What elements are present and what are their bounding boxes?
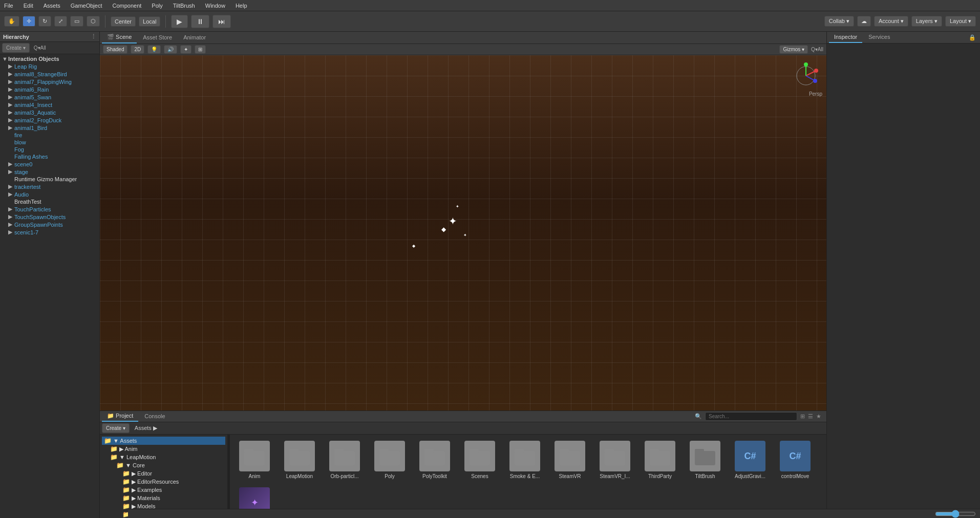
tool-rect[interactable]: ▭ [70, 16, 83, 27]
hier-audio[interactable]: ▶ Audio [0, 190, 99, 198]
play-button[interactable]: ▶ [171, 15, 188, 28]
pivot-btn[interactable]: Center [111, 16, 136, 27]
tree-core[interactable]: 📁 ▼ Core [102, 461, 225, 469]
hierarchy-search[interactable]: Q▾All [34, 45, 46, 51]
project-create-btn[interactable]: Create ▾ [102, 423, 130, 433]
menu-gameobject[interactable]: GameObject [69, 2, 104, 10]
tool-scale[interactable]: ⤢ [54, 16, 67, 27]
hier-fog[interactable]: Fog [0, 146, 99, 153]
hierarchy-group-interaction[interactable]: ▼ Interaction Objects [0, 55, 99, 62]
account-button[interactable]: Account ▾ [874, 16, 908, 27]
scene-view[interactable]: ✦ ✦ ◆ ✦ ◆ [100, 55, 826, 411]
asset-steamvr-i[interactable]: SteamVR_I... [594, 439, 635, 481]
tree-assets[interactable]: 📁 ▼ Assets [102, 437, 225, 445]
collab-button[interactable]: Collab ▾ [824, 16, 854, 27]
menu-poly[interactable]: Poly [150, 2, 164, 10]
asset-scenes[interactable]: Scenes [459, 439, 500, 481]
hier-touchspawn[interactable]: ▶ TouchSpawnObjects [0, 213, 99, 221]
asset-tiltbrush[interactable]: TiltBrush [685, 439, 726, 481]
layout-button[interactable]: Layout ▾ [945, 16, 976, 27]
menu-help[interactable]: Help [233, 2, 249, 10]
hier-groupspawn[interactable]: ▶ GroupSpawnPoints [0, 221, 99, 228]
asset-anim[interactable]: Anim [234, 439, 275, 481]
asset-orb[interactable]: Orb-particl... [324, 439, 365, 481]
zoom-slider[interactable] [935, 511, 976, 517]
tree-leap-label: ▼ LeapMotion [119, 454, 156, 460]
asset-steamvr[interactable]: SteamVR [549, 439, 590, 481]
asset-poly[interactable]: Poly [369, 439, 410, 481]
menu-window[interactable]: Window [203, 2, 227, 10]
fx-btn[interactable]: ✦ [180, 45, 191, 54]
tool-multi[interactable]: ⬡ [87, 16, 100, 27]
hier-animal8[interactable]: ▶ animal8_StrangeBird [0, 70, 99, 78]
hier-breathtest[interactable]: BreathTest [0, 198, 99, 205]
tab-scene[interactable]: 🎬 Scene [102, 32, 137, 44]
svg-rect-13 [379, 451, 400, 465]
view-2d-btn[interactable]: 2D [131, 45, 144, 54]
asset-controlmove[interactable]: C# controlMove [775, 439, 816, 481]
tool-hand[interactable]: ✋ [4, 16, 19, 27]
hier-runtime-gizmo[interactable]: Runtime Gizmo Manager [0, 176, 99, 183]
hier-animal7[interactable]: ▶ animal7_FlappingWing [0, 78, 99, 85]
tree-icon[interactable]: ☰ [808, 413, 813, 420]
tree-materials[interactable]: 📁 ▶ Materials [102, 494, 225, 502]
audio-btn[interactable]: 🔊 [164, 45, 177, 54]
hierarchy-content[interactable]: ▼ Interaction Objects ▶ Leap Rig ▶ anima… [0, 54, 99, 518]
tree-leapmotion[interactable]: 📁 ▼ LeapMotion [102, 453, 225, 461]
menu-file[interactable]: File [2, 2, 15, 10]
asset-polytoolkit[interactable]: PolyToolkit [414, 439, 455, 481]
tab-asset-store[interactable]: Asset Store [138, 32, 177, 44]
tab-inspector[interactable]: Inspector [829, 32, 862, 43]
tab-services[interactable]: Services [863, 32, 895, 43]
assets-search[interactable] [705, 412, 797, 421]
hier-touchparticles[interactable]: ▶ TouchParticles [0, 205, 99, 213]
hier-falling-ashes[interactable]: Falling Ashes [0, 153, 99, 160]
hierarchy-resize[interactable]: ⋮ [91, 33, 96, 40]
star-icon[interactable]: ★ [816, 413, 821, 420]
tool-rotate[interactable]: ↻ [38, 16, 51, 27]
shader-mode-btn[interactable]: Shaded [103, 45, 127, 54]
step-button[interactable]: ⏭ [212, 15, 231, 28]
hier-scenic[interactable]: ▶ scenic1-7 [0, 228, 99, 236]
tree-editor[interactable]: 📁 ▶ Editor [102, 469, 225, 478]
tab-console[interactable]: Console [139, 412, 170, 422]
cloud-button[interactable]: ☁ [857, 16, 871, 27]
hier-fire[interactable]: fire [0, 132, 99, 139]
scene-view-btn[interactable]: ⊞ [195, 45, 206, 54]
hier-animal3[interactable]: ▶ animal3_Aquatic [0, 109, 99, 116]
asset-smoke[interactable]: Smoke & E... [504, 439, 545, 481]
layout-icon[interactable]: ⊞ [800, 413, 805, 420]
tab-animator[interactable]: Animator [178, 32, 211, 44]
pause-button[interactable]: ⏸ [191, 15, 209, 28]
gizmos-btn[interactable]: Gizmos ▾ [779, 45, 808, 54]
hier-animal6[interactable]: ▶ animal6_Rain [0, 85, 99, 93]
menu-component[interactable]: Component [110, 2, 143, 10]
menu-tiltbrush[interactable]: TiltBrush [171, 2, 197, 10]
asset-adjustgravi[interactable]: C# AdjustGravi... [730, 439, 771, 481]
hierarchy-create[interactable]: Create ▾ [2, 43, 30, 53]
asset-steamvr-i-label: SteamVR_I... [600, 473, 630, 479]
lights-btn[interactable]: 💡 [147, 45, 161, 54]
hier-scene0[interactable]: ▶ scene0 [0, 160, 99, 168]
svg-rect-12 [334, 449, 344, 453]
hier-stage[interactable]: ▶ stage [0, 168, 99, 176]
hier-leap-rig[interactable]: ▶ Leap Rig [0, 62, 99, 70]
tree-editorresources[interactable]: 📁 ▶ EditorResources [102, 478, 225, 486]
asset-thirdparty[interactable]: ThirdParty [640, 439, 680, 481]
layers-button[interactable]: Layers ▾ [911, 16, 942, 27]
hier-animal1[interactable]: ▶ animal1_Bird [0, 124, 99, 132]
hier-trackertest[interactable]: ▶ trackertest [0, 183, 99, 190]
hier-animal2[interactable]: ▶ animal2_FrogDuck [0, 116, 99, 124]
asset-leapmotion[interactable]: LeapMotion [279, 439, 320, 481]
hier-animal5[interactable]: ▶ animal5_Swan [0, 93, 99, 101]
hier-blow[interactable]: blow [0, 139, 99, 146]
menu-assets[interactable]: Assets [41, 2, 62, 10]
tree-examples[interactable]: 📁 ▶ Examples [102, 486, 225, 494]
hier-animal4[interactable]: ▶ animal4_Insect [0, 101, 99, 109]
tab-project[interactable]: 📁 Project [102, 411, 138, 422]
space-btn[interactable]: Local [139, 16, 160, 27]
right-panel-lock[interactable]: 🔒 [969, 34, 976, 40]
tool-move[interactable]: ✛ [23, 16, 35, 27]
tree-anim[interactable]: 📁 ▶ Anim [102, 445, 225, 453]
menu-edit[interactable]: Edit [22, 2, 35, 10]
